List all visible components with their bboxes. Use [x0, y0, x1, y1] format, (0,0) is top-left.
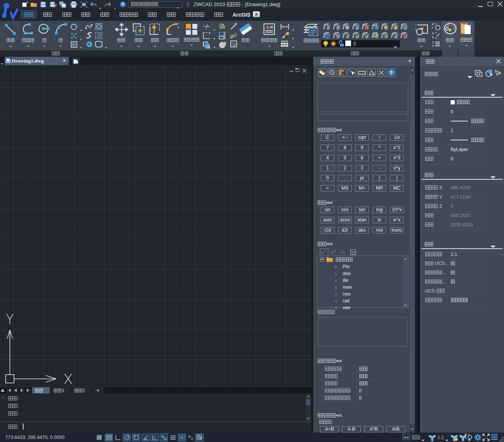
svg-text:?: ?: [122, 2, 124, 6]
svg-text:A: A: [265, 25, 270, 30]
svg-text:?: ?: [390, 70, 393, 75]
svg-text:DWG: DWG: [6, 61, 11, 63]
svg-text:x: x: [330, 258, 332, 262]
